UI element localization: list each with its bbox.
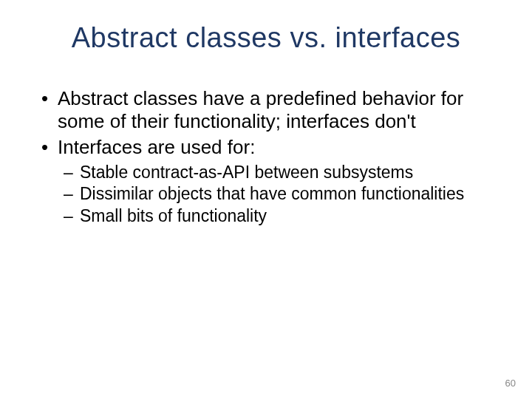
sub-bullet-item-3: Small bits of functionality	[37, 206, 495, 227]
sub-bullet-item-1: Stable contract-as-API between subsystem…	[37, 163, 495, 183]
page-number: 60	[505, 378, 516, 389]
slide-title: Abstract classes vs. interfaces	[37, 22, 495, 54]
slide-content: Abstract classes have a predefined behav…	[37, 87, 495, 226]
slide-container: Abstract classes vs. interfaces Abstract…	[0, 0, 532, 399]
sub-bullet-item-2: Dissimilar objects that have common func…	[37, 184, 495, 205]
bullet-item-1: Abstract classes have a predefined behav…	[37, 87, 495, 133]
bullet-item-2: Interfaces are used for:	[37, 136, 495, 159]
